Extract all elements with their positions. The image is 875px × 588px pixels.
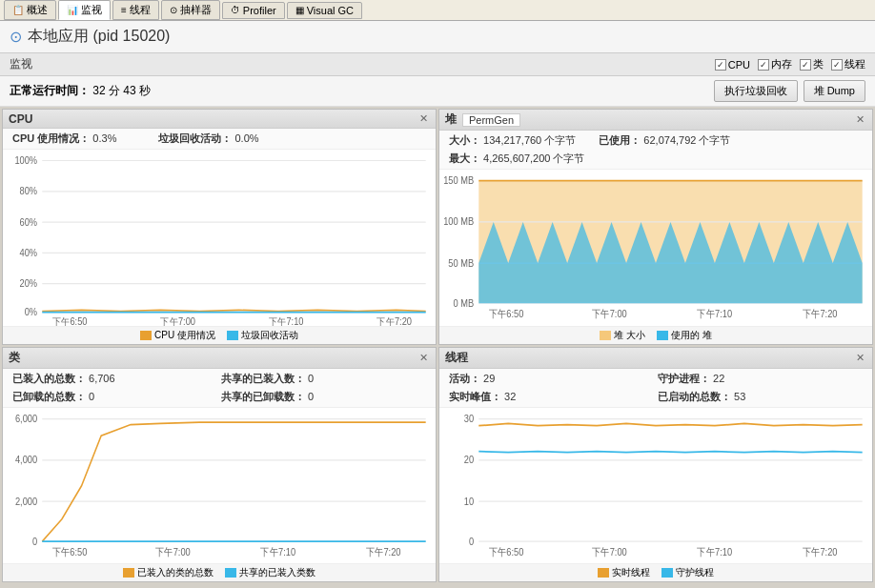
- action-buttons: 执行垃圾回收 堆 Dump: [714, 80, 865, 102]
- tab-profiler[interactable]: ⏱ Profiler: [222, 2, 285, 19]
- threads-peak-stat: 实时峰值： 32: [449, 390, 654, 404]
- monitor-icon: 📊: [67, 5, 78, 15]
- threads-daemon-stat: 守护进程： 22: [658, 372, 863, 386]
- svg-text:下午7:10: 下午7:10: [697, 309, 732, 320]
- permgen-tab[interactable]: PermGen: [462, 113, 520, 127]
- svg-text:50 MB: 50 MB: [448, 257, 474, 269]
- cpu-panel-title: CPU: [9, 112, 32, 126]
- svg-text:0%: 0%: [25, 307, 38, 318]
- threads-stats: 活动： 29 守护进程： 22 实时峰值： 32 已启动的总数： 53: [439, 369, 872, 408]
- heap-chart: 150 MB 100 MB 50 MB 0 MB 下午6:50 下午7:00 下…: [439, 170, 872, 326]
- threads-panel-header: 线程 ✕: [439, 348, 872, 369]
- threads-panel-title: 线程: [445, 350, 468, 366]
- heap-used-legend: 使用的 堆: [657, 329, 712, 342]
- monitor-bar: 监视 CPU 内存 类 线程: [0, 53, 875, 76]
- svg-text:下午6:50: 下午6:50: [489, 546, 524, 558]
- overview-icon: 📋: [12, 5, 24, 15]
- uptime-bar: 正常运行时间： 32 分 43 秒 执行垃圾回收 堆 Dump: [0, 76, 875, 107]
- app-icon: ⊙: [10, 28, 22, 46]
- threads-nav-icon: ≡: [121, 5, 127, 15]
- svg-text:下午7:20: 下午7:20: [803, 309, 838, 320]
- live-threads-legend: 实时线程: [598, 566, 650, 579]
- svg-text:下午7:10: 下午7:10: [260, 546, 295, 558]
- threads-active-stat: 活动： 29: [449, 372, 654, 386]
- tab-monitor[interactable]: 📊 监视: [58, 0, 111, 20]
- daemon-threads-legend-color: [661, 568, 673, 578]
- classes-chart-svg: 6,000 4,000 2,000 0 下午6:50 下午7:00 下午7:10…: [3, 408, 436, 564]
- heap-close-button[interactable]: ✕: [854, 113, 866, 126]
- cpu-panel-header: CPU ✕: [3, 110, 436, 129]
- profiler-icon: ⏱: [231, 5, 240, 15]
- heap-used-stat: 已使用： 62,074,792 个字节: [599, 133, 730, 148]
- heap-size-stat: 大小： 134,217,760 个字节: [449, 133, 576, 148]
- visualgc-icon: ▦: [295, 5, 304, 15]
- svg-text:下午7:00: 下午7:00: [592, 546, 627, 558]
- checkbox-thread[interactable]: 线程: [831, 57, 865, 71]
- classes-shared-unloaded-stat: 共享的已卸载数： 0: [221, 390, 426, 404]
- tab-visualgc[interactable]: ▦ Visual GC: [287, 2, 362, 19]
- class-checkbox[interactable]: [800, 59, 811, 71]
- heap-size-legend-color: [600, 331, 611, 340]
- classes-panel: 类 ✕ 已装入的总数： 6,706 共享的已装入数： 0 已卸载的总数： 0 共…: [2, 347, 437, 583]
- svg-text:30: 30: [464, 413, 475, 424]
- svg-text:100%: 100%: [14, 155, 37, 167]
- checkbox-memory[interactable]: 内存: [758, 57, 792, 71]
- tab-sampler[interactable]: ⊙ 抽样器: [161, 0, 220, 20]
- svg-text:6,000: 6,000: [15, 413, 38, 424]
- heap-dump-button[interactable]: 堆 Dump: [804, 80, 865, 102]
- classes-panel-header: 类 ✕: [3, 348, 436, 369]
- svg-text:150 MB: 150 MB: [443, 175, 474, 187]
- heap-used-legend-color: [657, 331, 668, 340]
- svg-text:40%: 40%: [20, 247, 38, 258]
- svg-text:20: 20: [464, 454, 475, 465]
- svg-text:0: 0: [32, 536, 38, 547]
- svg-text:下午6:50: 下午6:50: [52, 546, 88, 558]
- cpu-stats: CPU 使用情况： 0.3% 垃圾回收活动： 0.0%: [3, 129, 436, 150]
- svg-text:下午7:00: 下午7:00: [155, 546, 191, 558]
- classes-loaded-stat: 已装入的总数： 6,706: [12, 372, 217, 386]
- svg-text:60%: 60%: [20, 216, 38, 228]
- classes-loaded-legend-color: [123, 568, 134, 578]
- classes-close-button[interactable]: ✕: [417, 352, 430, 364]
- checkbox-cpu[interactable]: CPU: [715, 59, 750, 71]
- svg-text:2,000: 2,000: [15, 496, 38, 507]
- daemon-threads-legend: 守护线程: [661, 566, 714, 579]
- cpu-chart: 100% 80% 60% 40% 20% 0% 下午6:50 下午7:00 下午…: [3, 150, 436, 326]
- gc-legend-item: 垃圾回收活动: [227, 329, 298, 342]
- cpu-legend-item: CPU 使用情况: [140, 329, 215, 342]
- svg-text:下午7:00: 下午7:00: [160, 316, 195, 325]
- gc-button[interactable]: 执行垃圾回收: [714, 80, 798, 102]
- heap-panel-title: 堆: [445, 112, 457, 128]
- classes-unloaded-stat: 已卸载的总数： 0: [12, 390, 217, 404]
- svg-text:80%: 80%: [20, 186, 38, 197]
- threads-panel: 线程 ✕ 活动： 29 守护进程： 22 实时峰值： 32 已启动的总数： 53: [438, 347, 873, 583]
- heap-stats: 大小： 134,217,760 个字节 已使用： 62,074,792 个字节 …: [439, 131, 872, 170]
- cpu-panel: CPU ✕ CPU 使用情况： 0.3% 垃圾回收活动： 0.0%: [2, 109, 437, 345]
- tab-threads[interactable]: ≡ 线程: [112, 0, 159, 20]
- svg-text:10: 10: [464, 496, 475, 507]
- thread-checkbox[interactable]: [831, 59, 843, 71]
- svg-text:下午7:10: 下午7:10: [697, 546, 732, 558]
- memory-checkbox[interactable]: [758, 59, 769, 71]
- checkbox-class[interactable]: 类: [800, 57, 824, 71]
- svg-text:下午7:20: 下午7:20: [376, 316, 412, 325]
- classes-chart-legend: 已装入的类的总数 共享的已装入类数: [3, 563, 436, 581]
- svg-text:0 MB: 0 MB: [453, 297, 474, 309]
- svg-text:下午7:20: 下午7:20: [803, 546, 838, 558]
- cpu-close-button[interactable]: ✕: [417, 112, 430, 125]
- svg-text:4,000: 4,000: [15, 454, 38, 465]
- heap-panel: 堆 PermGen ✕ 大小： 134,217,760 个字节 已使用： 62,…: [438, 109, 873, 345]
- classes-loaded-legend: 已装入的类的总数: [123, 566, 214, 579]
- heap-max-stat: 最大： 4,265,607,200 个字节: [449, 152, 584, 166]
- monitor-label: 监视: [10, 56, 32, 72]
- svg-text:20%: 20%: [20, 278, 38, 290]
- svg-text:100 MB: 100 MB: [443, 216, 474, 228]
- classes-shared-legend-color: [225, 568, 236, 578]
- threads-close-button[interactable]: ✕: [854, 352, 866, 364]
- svg-text:下午7:00: 下午7:00: [592, 309, 627, 320]
- threads-chart: 30 20 10 0 下午6:50 下午7:00 下午7:10 下午7:20: [439, 408, 872, 564]
- tab-overview[interactable]: 📋 概述: [4, 0, 56, 20]
- heap-header-left: 堆 PermGen: [445, 112, 520, 128]
- cpu-checkbox[interactable]: [715, 59, 726, 71]
- gc-legend-color: [227, 331, 238, 340]
